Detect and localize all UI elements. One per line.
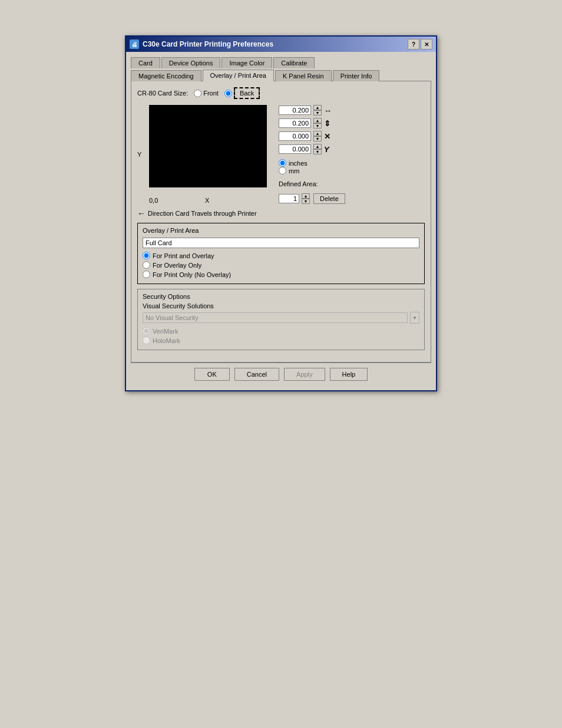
overlay-radio1[interactable] <box>143 252 150 259</box>
overlay-radio3-label[interactable]: For Print Only (No Overlay) <box>143 271 419 278</box>
security-dropdown <box>143 312 408 323</box>
front-radio-label[interactable]: Front <box>194 90 219 97</box>
title-bar-controls: ? ✕ <box>408 39 432 50</box>
inches-radio[interactable] <box>279 159 286 167</box>
verimark-label: VeriMark <box>153 328 178 335</box>
security-dropdown-arrow: ▼ <box>410 312 419 324</box>
mm-radio[interactable] <box>279 167 286 174</box>
overlay-section: Overlay / Print Area Full Card Defined A… <box>137 223 425 284</box>
overlay-dropdown-row: Full Card Defined Area Smart Card Mag St… <box>143 238 419 248</box>
holomark-radio <box>143 337 150 344</box>
y-spin-down[interactable]: ▼ <box>313 149 322 154</box>
direction-label: ← Direction Card Travels through Printer <box>137 209 425 218</box>
tab-card[interactable]: Card <box>131 57 160 68</box>
overlay-section-title: Overlay / Print Area <box>143 227 419 234</box>
holomark-label: HoloMark <box>153 337 180 344</box>
cancel-button[interactable]: Cancel <box>234 368 279 381</box>
preview-controls-row: Y 0,0 X ▲ ▼ ↔ <box>137 105 425 204</box>
overlay-radio3-text: For Print Only (No Overlay) <box>153 271 231 278</box>
y-axis-label: Y <box>137 151 141 158</box>
overlay-radio2-label[interactable]: For Overlay Only <box>143 261 419 269</box>
defined-area-label: Defined Area: <box>279 180 318 187</box>
back-radio-label[interactable]: Back <box>224 87 260 99</box>
front-radio[interactable] <box>194 90 201 97</box>
width-input[interactable] <box>279 106 311 115</box>
height-icon: ⇕ <box>324 119 330 128</box>
apply-button[interactable]: Apply <box>284 368 325 381</box>
x-spin-down[interactable]: ▼ <box>313 136 322 141</box>
y-spinner-btns: ▲ ▼ <box>313 144 322 154</box>
origin-label: 0,0 <box>149 197 158 204</box>
y-icon: Y <box>324 145 329 154</box>
height-spin-down[interactable]: ▼ <box>313 123 322 129</box>
security-title: Security Options <box>143 293 419 300</box>
inches-label: inches <box>289 160 308 167</box>
tab-magnetic-encoding[interactable]: Magnetic Encoding <box>131 70 201 81</box>
tab-k-panel-resin[interactable]: K Panel Resin <box>275 70 332 81</box>
defined-area-spin-down[interactable]: ▼ <box>302 199 310 204</box>
units-group: inches mm <box>279 159 425 174</box>
tab-overlay-print-area[interactable]: Overlay / Print Area <box>203 70 274 81</box>
title-bar: 🖨 C30e Card Printer Printing Preferences… <box>126 37 436 52</box>
tab-image-color[interactable]: Image Color <box>222 57 272 68</box>
security-subtitle: Visual Security Solutions <box>143 302 419 309</box>
y-spin-up[interactable]: ▲ <box>313 144 322 149</box>
x-axis-label: X <box>205 197 209 204</box>
card-preview-area: Y 0,0 X <box>137 105 273 204</box>
back-radio[interactable] <box>224 90 232 97</box>
defined-area-spinner: ▲ ▼ <box>279 193 310 204</box>
app-icon: 🖨 <box>130 39 139 49</box>
width-spinner-row: ▲ ▼ ↔ <box>279 105 425 116</box>
height-spinner-btns: ▲ ▼ <box>313 118 322 129</box>
delete-button[interactable]: Delete <box>313 193 345 204</box>
height-input[interactable] <box>279 118 311 128</box>
back-label[interactable]: Back <box>234 87 260 99</box>
x-spin-up[interactable]: ▲ <box>313 131 322 136</box>
mm-radio-label[interactable]: mm <box>279 167 425 174</box>
overlay-radio2-text: For Overlay Only <box>153 262 201 269</box>
overlay-radio2[interactable] <box>143 261 150 269</box>
defined-area-spin-up[interactable]: ▲ <box>302 193 310 199</box>
y-spinner-row: ▲ ▼ Y <box>279 144 425 154</box>
overlay-dropdown[interactable]: Full Card Defined Area Smart Card Mag St… <box>143 238 419 248</box>
card-preview[interactable] <box>149 105 267 187</box>
card-size-row: CR-80 Card Size: Front Back <box>137 87 425 99</box>
verimark-radio <box>143 327 150 335</box>
holomark-radio-label: HoloMark <box>143 337 419 344</box>
defined-area-input[interactable] <box>279 194 299 203</box>
card-size-label: CR-80 Card Size: <box>137 90 188 97</box>
tab-device-options[interactable]: Device Options <box>161 57 221 68</box>
x-spinner-btns: ▲ ▼ <box>313 131 322 141</box>
main-window: 🖨 C30e Card Printer Printing Preferences… <box>125 35 437 391</box>
help-button-bottom[interactable]: Help <box>330 368 368 381</box>
width-spin-up[interactable]: ▲ <box>313 105 322 110</box>
tabs-row2: Magnetic Encoding Overlay / Print Area K… <box>131 69 431 81</box>
verimark-radio-label: VeriMark <box>143 327 419 335</box>
x-spinner-row: ▲ ▼ ✕ <box>279 131 425 141</box>
tabs-row1: Card Device Options Image Color Calibrat… <box>131 57 431 68</box>
controls-right: ▲ ▼ ↔ ▲ ▼ ⇕ <box>279 105 425 204</box>
inches-radio-label[interactable]: inches <box>279 159 425 167</box>
y-input[interactable] <box>279 144 311 154</box>
ok-button[interactable]: OK <box>194 368 230 381</box>
close-button[interactable]: ✕ <box>421 39 432 50</box>
overlay-radio3[interactable] <box>143 271 150 278</box>
help-button[interactable]: ? <box>408 39 419 50</box>
window-title: C30e Card Printer Printing Preferences <box>143 40 273 48</box>
direction-text: Direction Card Travels through Printer <box>148 210 257 217</box>
width-spin-down[interactable]: ▼ <box>313 110 322 116</box>
tab-printer-info[interactable]: Printer Info <box>333 70 380 81</box>
x-input[interactable] <box>279 131 311 141</box>
overlay-radio1-label[interactable]: For Print and Overlay <box>143 252 419 259</box>
width-spinner-btns: ▲ ▼ <box>313 105 322 116</box>
width-icon: ↔ <box>324 106 332 115</box>
height-spinner-row: ▲ ▼ ⇕ <box>279 118 425 129</box>
defined-area-value-row: ▲ ▼ Delete <box>279 193 425 204</box>
overlay-radio1-text: For Print and Overlay <box>153 252 214 259</box>
window-body: Card Device Options Image Color Calibrat… <box>126 52 436 390</box>
front-label: Front <box>203 90 219 97</box>
bottom-buttons: OK Cancel Apply Help <box>131 363 431 386</box>
defined-area-spinner-btns: ▲ ▼ <box>302 193 310 204</box>
height-spin-up[interactable]: ▲ <box>313 118 322 123</box>
tab-calibrate[interactable]: Calibrate <box>273 57 315 68</box>
